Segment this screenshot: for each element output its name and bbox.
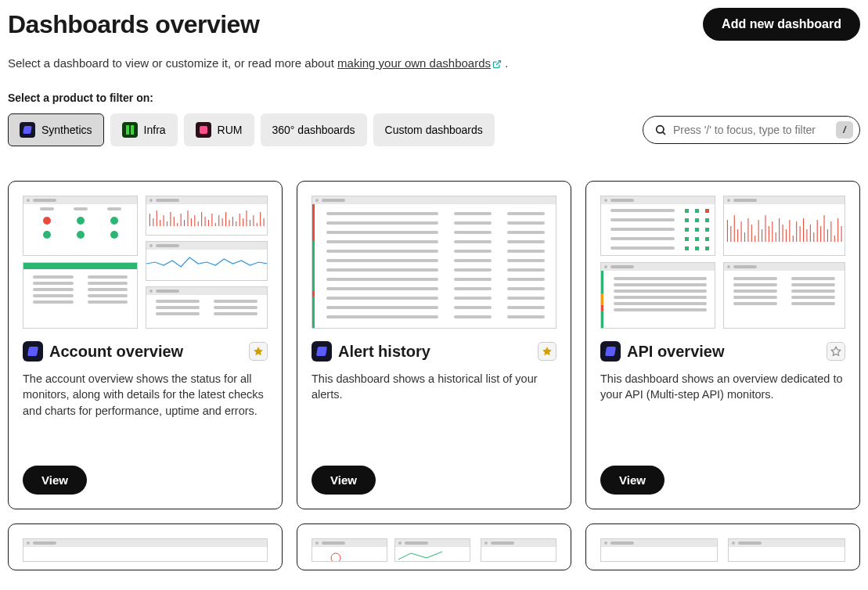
svg-line-0 (496, 61, 501, 66)
dashboard-card-partial (8, 523, 283, 570)
svg-marker-37 (254, 347, 263, 355)
svg-point-1 (657, 126, 664, 133)
chip-synthetics[interactable]: Synthetics (8, 113, 104, 146)
dashboard-card-api-overview: API overview This dashboard shows an ove… (585, 181, 860, 509)
card-thumbnail (600, 196, 845, 329)
external-link-icon (492, 59, 502, 69)
rum-icon (196, 122, 211, 138)
dashboard-card-partial (585, 523, 860, 570)
synthetics-icon (20, 122, 35, 138)
view-button[interactable]: View (600, 466, 665, 495)
filter-label: Select a product to filter on: (8, 92, 860, 104)
star-icon (542, 346, 553, 357)
card-description: This dashboard shows a historical list o… (312, 371, 556, 453)
card-title: Alert history (338, 343, 531, 361)
dashboard-card-account-overview: Account overview The account overview sh… (8, 181, 283, 509)
intro-text: Select a dashboard to view or customize … (8, 56, 860, 70)
synthetics-icon (23, 341, 43, 362)
svg-marker-73 (831, 347, 841, 355)
card-title: Account overview (49, 343, 243, 361)
card-thumbnail (312, 196, 556, 329)
chip-360[interactable]: 360° dashboards (261, 113, 367, 146)
search-icon (654, 124, 667, 136)
synthetics-icon (600, 341, 621, 362)
infra-icon (122, 122, 138, 138)
svg-line-2 (663, 132, 665, 135)
dashboard-card-alert-history: Alert history This dashboard shows a his… (297, 181, 571, 509)
favorite-button[interactable] (538, 342, 556, 361)
intro-suffix: . (502, 56, 508, 70)
card-thumbnail (23, 196, 268, 329)
card-description: This dashboard shows an overview dedicat… (600, 371, 845, 453)
chip-rum[interactable]: RUM (184, 113, 254, 146)
search-kbd-hint: / (836, 121, 853, 139)
card-description: The account overview shows the status fo… (23, 371, 268, 453)
view-button[interactable]: View (23, 466, 87, 495)
favorite-button[interactable] (827, 342, 845, 361)
dashboard-card-partial (297, 523, 571, 570)
star-icon (253, 346, 264, 357)
synthetics-icon (312, 341, 332, 362)
docs-link[interactable]: making your own dashboards (337, 56, 502, 70)
chip-infra[interactable]: Infra (110, 113, 178, 146)
page-title: Dashboards overview (8, 10, 259, 39)
intro-prefix: Select a dashboard to view or customize … (8, 56, 337, 70)
card-title: API overview (627, 343, 820, 361)
filter-chips: Synthetics Infra RUM 360° dashboards Cus… (8, 113, 495, 146)
search-box[interactable]: / (643, 116, 860, 144)
svg-point-74 (331, 553, 340, 561)
chip-custom[interactable]: Custom dashboards (373, 113, 495, 146)
search-input[interactable] (673, 124, 830, 136)
svg-marker-38 (542, 347, 552, 355)
view-button[interactable]: View (312, 466, 376, 495)
favorite-button[interactable] (249, 342, 268, 361)
star-icon (830, 346, 841, 357)
add-dashboard-button[interactable]: Add new dashboard (703, 8, 860, 41)
